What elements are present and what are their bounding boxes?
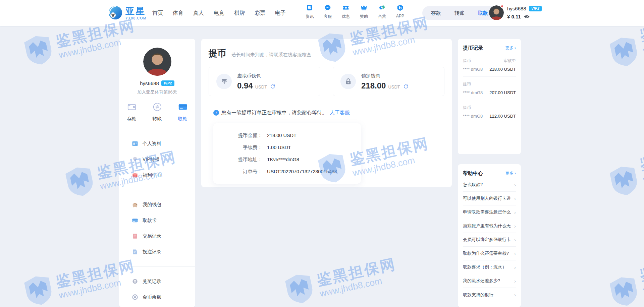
sidebar-item-welfare[interactable]: 福利中心 [119,167,195,183]
chevron-right-icon [514,292,516,298]
help-item[interactable]: 取款支持的银行 [463,288,516,302]
sidebar-username: hys6688 [140,80,159,86]
manual-service-link[interactable]: 人工客服 [330,110,350,116]
nav-link[interactable]: 彩票 [255,10,265,17]
nav-link[interactable]: 体育 [173,10,183,17]
quick-action-deposit[interactable]: 存款 [123,102,141,122]
app-menu-item[interactable]: APP [391,3,409,19]
help-item[interactable]: 取款要求（例：流水） [463,260,516,274]
help-item[interactable]: 怎么取款? [463,178,516,192]
watermark-shield-icon [606,163,643,200]
transfer-button[interactable]: 转账 [448,10,471,16]
customer-service-label: 客服 [324,14,332,19]
chevron-right-icon [514,209,516,215]
header-icon-menu: 资讯 客服 优惠 赞助 合营 [301,3,409,19]
nav-link[interactable]: 电子 [275,10,286,17]
sidebar-item-redeem[interactable]: 兑奖记录 [119,273,195,289]
sidebar-quick-actions: 存款 转账 取款 [119,102,195,122]
partner-label: 合营 [378,14,386,19]
watermark-shield-icon [606,34,643,71]
sidebar-item-withdraw-card[interactable]: 取款卡 [119,212,195,228]
customer-service-menu-item[interactable]: 客服 [319,3,337,19]
app-icon [396,3,404,12]
watermark: 鉴黑担保网 www.jhdb8.com [605,255,644,307]
chevron-right-icon [514,223,516,229]
watermark-text: 鉴黑担保网 [638,144,644,186]
divider [119,266,195,267]
nav-link[interactable]: 电竞 [214,10,224,17]
site-logo[interactable]: 亚星 YX88.COM [108,5,147,21]
partner-menu-item[interactable]: 合营 [373,3,391,19]
sponsor-menu-item[interactable]: 赞助 [355,3,373,19]
help-more-link[interactable]: 更多 [505,171,516,176]
watermark-shield-icon [281,270,318,307]
sidebar-item-label: VIP特权 [143,157,160,163]
sidebar-item-wallet[interactable]: 我的钱包 [119,197,195,212]
main-nav: 首页体育真人电竞棋牌彩票电子 [152,0,286,26]
user-area[interactable]: hys6688 VIP2 ¥ 0.11 [489,5,542,20]
address-value: TKv5****dmG8 [267,156,299,163]
avatar[interactable] [143,48,171,76]
records-more-link[interactable]: 更多 [505,45,516,51]
watermark-shield-icon [606,273,643,307]
join-days-text: 加入亚星体育第86天 [119,89,195,95]
sidebar-item-label: 个人资料 [143,141,161,147]
soccer-logo-icon [108,5,123,21]
help-center-panel: 帮助中心 更多 怎么取款? 可以使用别人的银行卡进行... 申请取款需要注意些什… [458,164,521,307]
watermark-shield-icon [20,32,57,70]
help-item-text: 我的流水还差多少? [463,278,500,284]
balance: ¥ 0.11 [507,14,521,19]
nav-link[interactable]: 真人 [193,10,204,17]
chevron-right-icon [514,251,516,256]
help-item[interactable]: 申请取款需要注意些什么? [463,205,516,219]
sidebar-item-label: 交易记录 [143,233,161,239]
nav-link[interactable]: 首页 [152,10,163,17]
help-item[interactable]: 游戏账户里有钱为什么无法... [463,219,516,233]
record-row[interactable]: 提币 审核中 **** dmG8 218.00 USDT [463,53,516,77]
sidebar-item-vip[interactable]: VIP特权 [119,151,195,167]
help-item[interactable]: 我的流水还差多少? [463,274,516,288]
help-item[interactable]: 会员可以绑定多张银行卡吗? [463,233,516,247]
quick-action-label: 存款 [127,116,137,122]
quick-action-transfer[interactable]: 转账 [149,102,166,122]
sidebar-item-label: 我的钱包 [143,202,161,208]
transaction-doc-icon [132,233,138,239]
sidebar-item-label: 福利中心 [143,172,161,178]
news-menu-item[interactable]: 资讯 [301,3,319,19]
sidebar-item-transactions[interactable]: 交易记录 [119,228,195,244]
chevron-right-icon [514,264,516,270]
transfer-icon [152,102,162,113]
promo-menu-item[interactable]: 优惠 [337,3,355,19]
eye-icon[interactable] [524,13,530,20]
wallet-icon [127,102,137,113]
gift-icon [132,172,138,178]
quick-action-withdraw[interactable]: 取款 [174,102,192,122]
help-item-text: 会员可以绑定多张银行卡吗? [463,237,511,243]
chevron-right-icon [514,278,516,284]
record-row[interactable]: 提币 **** dmG8 122.00 USDT [463,100,516,123]
page-subtitle: 若长时间未到账，请联系在线客服核查 [231,52,311,58]
help-item[interactable]: 可以使用别人的银行卡进行... [463,192,516,205]
sidebar-item-bets[interactable]: 投注记录 [119,244,195,260]
record-row[interactable]: 提币 **** dmG8 207.00 USDT [463,77,516,100]
withdraw-card-icon [178,102,188,113]
help-item-text: 怎么取款? [463,182,483,188]
sponsor-label: 赞助 [360,14,368,19]
help-item-text: 申请取款需要注意些什么? [463,209,511,215]
sidebar-item-profile[interactable]: 个人资料 [119,136,195,151]
nav-link[interactable]: 棋牌 [234,10,245,17]
records-title: 提币记录 [463,45,483,51]
promo-ticket-icon [342,3,350,12]
sidebar-item-coins[interactable]: 金币余额 [119,289,195,305]
vip-badge: VIP2 [161,80,174,86]
sidebar-item-messages[interactable]: 消息中心 99+ [119,305,195,307]
record-address: **** dmG8 [463,114,483,119]
app-label: APP [396,14,404,18]
help-item[interactable]: 取款为什么还需要审核? [463,247,516,260]
profile-sidebar: hys6688 VIP2 加入亚星体育第86天 存款 转账 取款 个人资料 [119,39,195,307]
refresh-icon[interactable] [270,84,275,90]
refresh-icon[interactable] [403,84,409,90]
deposit-button[interactable]: 存款 [424,10,448,16]
info-icon: ! [213,110,219,116]
wallet-unit: USDT [255,84,267,89]
